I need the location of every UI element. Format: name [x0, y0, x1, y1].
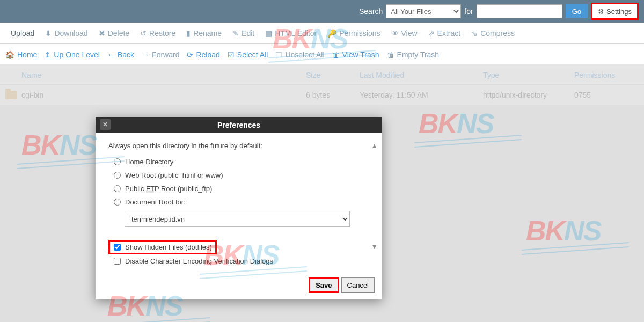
radio-document-root[interactable]: Document Root for: [108, 195, 369, 209]
eye-icon: 👁 [391, 29, 399, 38]
cancel-button[interactable]: Cancel [341, 277, 375, 293]
compress-button[interactable]: ⇘Compress [466, 29, 520, 38]
check-icon: ☑ [228, 50, 235, 59]
unselect-all-button[interactable]: ☐Unselect All [275, 50, 324, 59]
radio-public-ftp[interactable]: Public FTP Root (public_ftp) [108, 182, 369, 195]
back-icon: ← [107, 50, 115, 59]
empty-trash-button[interactable]: 🗑Empty Trash [387, 50, 440, 59]
checkbox-input[interactable] [114, 258, 121, 265]
radio-home-directory[interactable]: Home Directory [108, 155, 369, 169]
search-input[interactable] [477, 4, 562, 18]
radio-input[interactable] [114, 185, 121, 192]
reload-icon: ⟳ [187, 50, 193, 59]
settings-button-label: Settings [606, 8, 632, 16]
forward-icon: → [142, 50, 149, 59]
up-icon: ↥ [45, 50, 51, 59]
extract-icon: ⇗ [428, 29, 435, 38]
radio-input[interactable] [114, 172, 121, 179]
for-label: for [464, 7, 473, 16]
scroll-down-icon[interactable]: ▼ [371, 243, 378, 251]
home-icon: 🏠 [5, 50, 14, 59]
select-all-button[interactable]: ☑Select All [228, 50, 268, 59]
radio-input[interactable] [114, 158, 121, 165]
gear-icon: ⚙ [598, 8, 604, 16]
home-button[interactable]: 🏠Home [5, 50, 37, 59]
top-search-bar: Search All Your Files for Go ⚙ Settings [0, 0, 644, 23]
checkbox-input[interactable] [114, 244, 121, 251]
pencil-icon: ✎ [232, 29, 239, 38]
trash-icon: 🗑 [387, 50, 394, 59]
extract-button[interactable]: ⇗Extract [423, 29, 466, 38]
modal-prompt: Always open this directory in the future… [108, 142, 369, 150]
checkbox-disable-encoding[interactable]: Disable Character Encoding Verification … [108, 254, 369, 268]
trash-icon: 🗑 [332, 50, 340, 59]
checkbox-show-hidden-files[interactable]: Show Hidden Files (dotfiles) [108, 240, 217, 254]
x-icon: ✖ [99, 29, 105, 38]
modal-title: Preferences [217, 121, 260, 129]
html-editor-button[interactable]: ▤HTML Editor [260, 29, 322, 38]
edit-button[interactable]: ✎Edit [227, 29, 260, 38]
forward-button[interactable]: →Forward [142, 50, 179, 59]
undo-icon: ↺ [140, 29, 147, 38]
compress-icon: ⇘ [471, 29, 478, 38]
tag-icon: ▮ [186, 29, 191, 38]
document-root-select[interactable]: tenmiendep.id.vn [125, 211, 350, 227]
save-button[interactable]: Save [309, 277, 339, 293]
go-button[interactable]: Go [566, 4, 588, 18]
scroll-up-icon[interactable]: ▲ [371, 142, 378, 150]
view-button[interactable]: 👁View [386, 29, 423, 38]
action-toolbar: Upload ⬇Download ✖Delete ↺Restore ▮Renam… [0, 23, 644, 44]
radio-web-root[interactable]: Web Root (public_html or www) [108, 169, 369, 182]
search-label: Search [359, 7, 383, 16]
modal-footer: Save Cancel [96, 273, 382, 299]
modal-titlebar: ✕ Preferences [96, 117, 382, 133]
uncheck-icon: ☐ [275, 50, 282, 59]
upload-button[interactable]: Upload [5, 29, 40, 38]
rename-button[interactable]: ▮Rename [181, 29, 227, 38]
download-icon: ⬇ [45, 29, 52, 38]
search-location-select[interactable]: All Your Files [386, 4, 461, 18]
nav-toolbar: 🏠Home ↥Up One Level ←Back →Forward ⟳Relo… [0, 44, 644, 65]
key-icon: 🔑 [327, 29, 336, 38]
download-button[interactable]: ⬇Download [40, 29, 93, 38]
reload-button[interactable]: ⟳Reload [187, 50, 219, 59]
settings-button[interactable]: ⚙ Settings [591, 3, 639, 20]
delete-button[interactable]: ✖Delete [93, 29, 135, 38]
code-icon: ▤ [265, 29, 272, 38]
permissions-button[interactable]: 🔑Permissions [322, 29, 385, 38]
up-one-level-button[interactable]: ↥Up One Level [45, 50, 100, 59]
preferences-modal: ✕ Preferences ▲ Always open this directo… [96, 117, 382, 299]
restore-button[interactable]: ↺Restore [135, 29, 181, 38]
view-trash-button[interactable]: 🗑View Trash [332, 50, 379, 59]
close-icon[interactable]: ✕ [100, 119, 111, 130]
back-button[interactable]: ←Back [107, 50, 134, 59]
radio-input[interactable] [114, 199, 121, 206]
